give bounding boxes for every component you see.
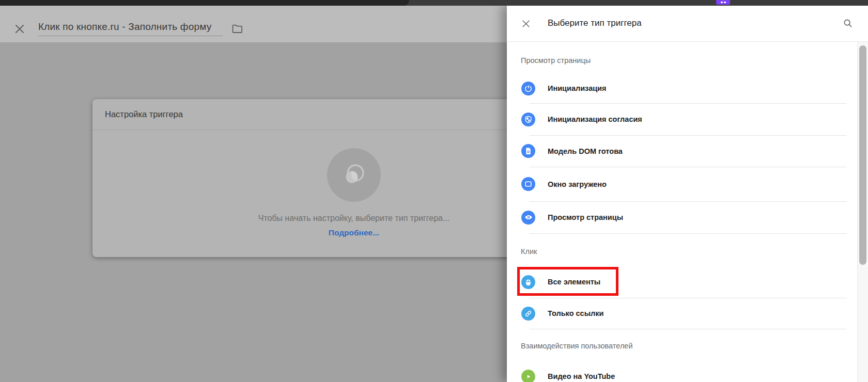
- search-icon[interactable]: [842, 18, 854, 29]
- panel-header: Выберите тип триггера: [507, 6, 868, 42]
- trigger-type-panel: Выберите тип триггера Просмотр страницы …: [507, 6, 868, 382]
- trigger-type-label: Просмотр страницы: [548, 213, 623, 221]
- section-header-user-interactions: Взаимодействия пользователей: [521, 342, 633, 350]
- trigger-type-page-view[interactable]: Просмотр страницы: [507, 201, 857, 233]
- trigger-type-label: Все элементы: [548, 278, 600, 286]
- trigger-type-consent-initialization[interactable]: Инициализация согласия: [507, 103, 857, 135]
- browser-tab: [0, 0, 409, 6]
- trigger-type-window-loaded[interactable]: Окно загружено: [507, 167, 857, 201]
- shield-icon: [521, 113, 535, 126]
- eye-icon: [521, 211, 535, 225]
- scrollbar-thumb[interactable]: [859, 45, 866, 265]
- trigger-type-label: Видео на YouTube: [548, 372, 615, 380]
- trigger-type-label: Только ссылки: [548, 309, 603, 317]
- play-icon: [521, 370, 535, 382]
- divider: [529, 329, 847, 329]
- trigger-type-dom-ready[interactable]: Модель DOM готова: [507, 135, 857, 167]
- folder-icon[interactable]: [231, 23, 243, 35]
- trigger-type-initialization[interactable]: Инициализация: [507, 73, 857, 103]
- trigger-type-label: Инициализация: [548, 84, 606, 92]
- document-icon: [521, 144, 535, 158]
- trigger-editor-header: Клик по кнопке.ru - Заполнить форму: [0, 6, 507, 42]
- divider: [529, 233, 847, 234]
- editor-canvas: Настройка триггера Чтобы начать настройк…: [0, 42, 507, 382]
- trigger-name: Клик по кнопке.ru - Заполнить форму: [38, 21, 211, 32]
- trigger-type-all-elements[interactable]: Все элементы: [507, 266, 857, 298]
- window-icon: [521, 177, 535, 191]
- panel-title: Выберите тип триггера: [548, 18, 642, 28]
- scrollbar-track[interactable]: [857, 42, 868, 382]
- link-icon: [521, 307, 535, 321]
- trigger-type-label: Модель DOM готова: [548, 147, 623, 155]
- trigger-type-label: Окно загружено: [548, 180, 607, 188]
- mouse-icon: [521, 275, 535, 289]
- trigger-type-youtube-video[interactable]: Видео на YouTube: [507, 361, 857, 382]
- extension-badge-icon[interactable]: [716, 0, 730, 5]
- section-header-click: Клик: [521, 247, 537, 256]
- trigger-name-field[interactable]: Клик по кнопке.ru - Заполнить форму: [38, 21, 223, 36]
- power-icon: [521, 82, 535, 95]
- trigger-type-just-links[interactable]: Только ссылки: [507, 298, 857, 329]
- browser-top-bar: [0, 0, 868, 6]
- close-icon[interactable]: [13, 23, 26, 35]
- section-header-pageview: Просмотр страницы: [521, 56, 591, 65]
- close-icon[interactable]: [521, 19, 531, 29]
- trigger-placeholder-icon: [327, 148, 381, 202]
- trigger-type-label: Инициализация согласия: [548, 115, 642, 123]
